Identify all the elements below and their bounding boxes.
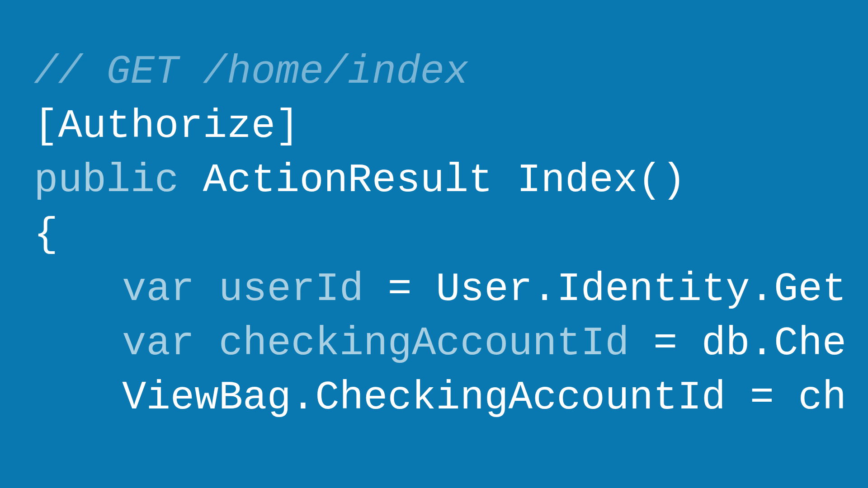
- code-line-6: var checkingAccountId = db.Che: [34, 317, 868, 371]
- keyword-public: public: [34, 158, 179, 203]
- open-brace: {: [34, 212, 58, 258]
- assignment-1: = User.Identity.Get: [363, 267, 846, 312]
- code-line-7: ViewBag.CheckingAccountId = ch: [34, 371, 868, 425]
- code-editor: // GET /home/index [Authorize] public Ac…: [0, 0, 868, 425]
- code-line-3: public ActionResult Index(): [34, 154, 868, 208]
- identifier-checkingaccountid: checkingAccountId: [194, 321, 629, 366]
- keyword-var: var: [122, 321, 194, 366]
- assignment-2: = db.Che: [629, 321, 847, 366]
- code-line-4: {: [34, 208, 868, 262]
- method-signature: ActionResult Index(): [179, 158, 686, 203]
- comment-text: // GET /home/index: [34, 49, 468, 95]
- code-line-2: [Authorize]: [34, 99, 868, 154]
- code-line-1: // GET /home/index: [34, 45, 868, 99]
- code-line-5: var userId = User.Identity.Get: [34, 263, 868, 317]
- viewbag-assignment: ViewBag.CheckingAccountId = ch: [122, 375, 846, 421]
- identifier-userid: userId: [194, 267, 363, 312]
- keyword-var: var: [122, 267, 194, 312]
- attribute-text: [Authorize]: [34, 103, 300, 149]
